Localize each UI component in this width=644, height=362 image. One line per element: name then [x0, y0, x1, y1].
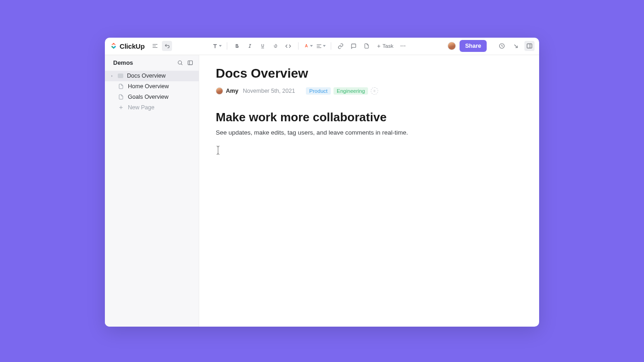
sidebar-panel-button[interactable] [186, 59, 194, 67]
clickup-logo-icon [109, 42, 118, 50]
undo-button[interactable] [162, 41, 172, 51]
sidebar: Demos Docs Overview [105, 55, 199, 327]
app-window: ClickUp [105, 38, 539, 327]
export-button[interactable] [511, 41, 521, 51]
strikethrough-button[interactable] [270, 41, 281, 51]
attach-doc-button[interactable] [362, 41, 372, 51]
collapse-sidebar-button[interactable] [150, 41, 160, 51]
document-meta: Amy November 5th, 2021 Product Engineeri… [216, 87, 523, 95]
sidebar-item-home-overview[interactable]: Home Overview [105, 81, 199, 92]
more-button[interactable] [398, 41, 408, 51]
panel-toggle-button[interactable] [524, 41, 535, 51]
formatting-toolbar: Task [174, 41, 446, 51]
sidebar-item-goals-overview[interactable]: Goals Overview [105, 92, 199, 102]
sidebar-search-button[interactable] [176, 59, 184, 67]
sidebar-item-label: Home Overview [128, 83, 169, 90]
svg-point-10 [404, 45, 405, 46]
underline-button[interactable] [258, 41, 268, 51]
bold-button[interactable] [232, 41, 242, 51]
svg-line-12 [514, 45, 518, 48]
share-button[interactable]: Share [460, 40, 487, 52]
document-tags: Product Engineering [306, 87, 378, 95]
sidebar-item-label: Docs Overview [127, 73, 166, 79]
brand: ClickUp [109, 42, 144, 50]
page-icon [118, 94, 124, 100]
svg-line-16 [181, 64, 182, 65]
section-paragraph[interactable]: See updates, make edits, tag users, and … [216, 129, 523, 136]
svg-rect-17 [188, 61, 192, 65]
link-button[interactable] [336, 41, 346, 51]
section-heading[interactable]: Make work more collaborative [216, 110, 523, 124]
topbar-right: Share [448, 40, 535, 52]
page-icon [118, 83, 124, 90]
text-style-dropdown[interactable] [212, 41, 222, 51]
text-color-dropdown[interactable] [303, 41, 313, 51]
sidebar-title: Demos [113, 59, 133, 66]
document-date: November 5th, 2021 [243, 88, 295, 94]
separator [331, 42, 331, 50]
svg-point-8 [401, 45, 402, 46]
tag-engineering[interactable]: Engineering [334, 87, 368, 95]
comment-button[interactable] [349, 41, 359, 51]
document-content[interactable]: Docs Overview Amy November 5th, 2021 Pro… [199, 55, 539, 327]
doc-icon [118, 74, 123, 78]
history-button[interactable] [497, 41, 507, 51]
sidebar-new-page-label: New Page [128, 104, 155, 111]
sidebar-item-docs-overview[interactable]: Docs Overview [105, 71, 199, 81]
svg-rect-13 [527, 44, 532, 48]
sidebar-item-label: Goals Overview [128, 94, 168, 100]
document-title[interactable]: Docs Overview [216, 66, 523, 81]
svg-point-9 [402, 45, 403, 46]
add-tag-button[interactable] [371, 87, 378, 95]
text-cursor-icon [216, 145, 523, 155]
svg-point-19 [374, 90, 375, 91]
author-name: Amy [226, 88, 238, 94]
app-body: Demos Docs Overview [105, 55, 539, 327]
separator [227, 42, 227, 50]
add-task-label: Task [383, 43, 394, 49]
sidebar-new-page[interactable]: ＋ New Page [105, 102, 199, 113]
svg-point-15 [178, 61, 182, 64]
author-avatar [216, 87, 223, 95]
document-author[interactable]: Amy [216, 87, 238, 95]
chevron-down-icon [323, 45, 326, 47]
chevron-right-icon [109, 74, 114, 78]
topbar: ClickUp [105, 38, 539, 55]
add-task-button[interactable]: Task [374, 42, 396, 50]
code-button[interactable] [283, 41, 293, 51]
chevron-down-icon [219, 45, 222, 47]
user-avatar[interactable] [448, 42, 456, 50]
brand-name: ClickUp [120, 42, 144, 50]
sidebar-header: Demos [105, 55, 199, 69]
chevron-down-icon [310, 45, 313, 47]
italic-button[interactable] [245, 41, 255, 51]
align-dropdown[interactable] [316, 41, 326, 51]
sidebar-nav: Docs Overview Home Overview Goals Overvi… [105, 69, 199, 113]
tag-product[interactable]: Product [306, 87, 331, 95]
separator [298, 42, 299, 50]
plus-icon: ＋ [118, 104, 124, 111]
